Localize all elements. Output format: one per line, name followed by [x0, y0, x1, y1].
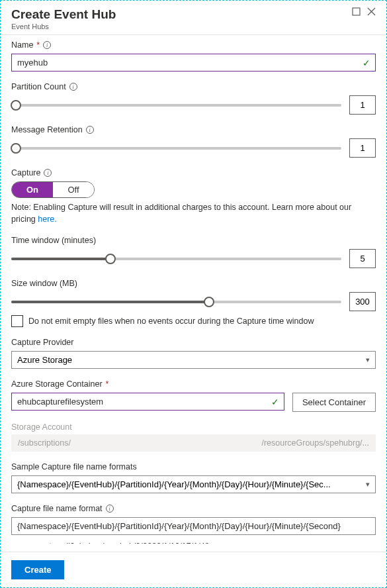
checkmark-icon: ✓ — [363, 58, 370, 68]
panel-header: Create Event Hub Event Hubs — [1, 1, 386, 35]
size-window-label: Size window (MB) — [11, 279, 376, 288]
info-icon[interactable]: i — [86, 126, 94, 134]
chevron-down-icon: ▾ — [366, 356, 370, 364]
partition-slider[interactable] — [11, 99, 341, 112]
capture-section: Capturei On Off Note: Enabling Capture w… — [11, 168, 376, 225]
time-window-value[interactable]: 5 — [349, 249, 376, 268]
file-format-input[interactable] — [11, 517, 376, 535]
svg-rect-0 — [353, 8, 360, 15]
panel-footer: Create — [1, 552, 386, 587]
retention-slider[interactable] — [11, 142, 341, 155]
checkmark-icon: ✓ — [271, 397, 279, 407]
size-window-slider[interactable] — [11, 295, 341, 309]
provider-section: Capture Provider Azure Storage▾ — [11, 338, 376, 369]
file-format-label: Capture file name formati — [11, 504, 376, 513]
container-label: Azure Storage Container * — [11, 379, 376, 389]
toggle-off[interactable]: Off — [53, 182, 94, 197]
toggle-on[interactable]: On — [12, 182, 53, 197]
time-window-label: Time window (minutes) — [11, 236, 376, 245]
close-icon[interactable] — [367, 7, 376, 18]
empty-files-label: Do not emit empty files when no events o… — [28, 317, 314, 326]
retention-section: Message Retentioni 1 — [11, 125, 376, 158]
chevron-down-icon: ▾ — [366, 480, 370, 489]
partition-value[interactable]: 1 — [349, 95, 376, 115]
info-icon[interactable]: i — [44, 169, 52, 177]
select-container-button[interactable]: Select Container — [292, 393, 376, 412]
retention-value[interactable]: 1 — [349, 138, 376, 158]
storage-account-label: Storage Account — [11, 422, 376, 432]
empty-files-checkbox[interactable] — [11, 315, 23, 327]
partition-label: Partition Counti — [11, 82, 376, 91]
info-icon[interactable]: i — [43, 41, 51, 49]
panel-body: Name*i ✓ Partition Counti 1 Message Rete… — [1, 35, 386, 544]
capture-toggle[interactable]: On Off — [11, 181, 95, 198]
info-icon[interactable]: i — [106, 505, 114, 513]
create-button[interactable]: Create — [11, 560, 64, 579]
partition-section: Partition Counti 1 — [11, 82, 376, 115]
panel-title: Create Event Hub — [11, 7, 116, 22]
capture-note: Note: Enabling Capture will result in ad… — [11, 202, 376, 225]
time-window-slider[interactable] — [11, 252, 341, 266]
sample-format-section: Sample Capture file name formats {Namesp… — [11, 462, 376, 493]
maximize-icon[interactable] — [352, 7, 361, 18]
provider-select[interactable]: Azure Storage▾ — [11, 351, 376, 369]
file-format-example: e.g. spcapturedl2ehubns/myehub/0/2020/1/… — [11, 542, 376, 544]
file-format-section: Capture file name formati e.g. spcapture… — [11, 504, 376, 544]
provider-label: Capture Provider — [11, 338, 376, 347]
time-window-section: Time window (minutes) 5 — [11, 236, 376, 268]
storage-account-section: Storage Account /subscriptions//resource… — [11, 422, 376, 452]
sample-format-select[interactable]: {Namespace}/{EventHub}/{PartitionId}/{Ye… — [11, 475, 376, 493]
size-window-value[interactable]: 300 — [349, 292, 376, 311]
panel-subtitle: Event Hubs — [11, 23, 116, 30]
pricing-link[interactable]: here. — [38, 215, 57, 224]
name-input[interactable] — [11, 54, 376, 72]
container-section: Azure Storage Container * ✓ Select Conta… — [11, 379, 376, 412]
container-input[interactable] — [11, 393, 284, 411]
storage-account-value: /subscriptions//resourceGroups/spehubrg/… — [11, 434, 376, 452]
capture-label: Capturei — [11, 168, 376, 177]
size-window-section: Size window (MB) 300 Do not emit empty f… — [11, 279, 376, 327]
name-section: Name*i ✓ — [11, 40, 376, 72]
info-icon[interactable]: i — [69, 83, 77, 91]
sample-format-label: Sample Capture file name formats — [11, 462, 376, 471]
name-label: Name*i — [11, 40, 376, 50]
retention-label: Message Retentioni — [11, 125, 376, 134]
